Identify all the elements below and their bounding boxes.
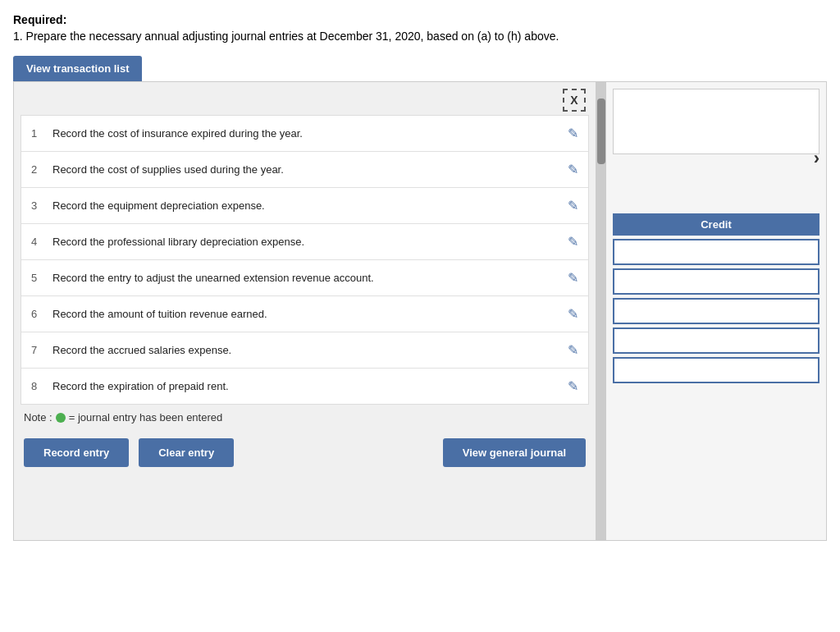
credit-input-3[interactable] bbox=[613, 298, 819, 324]
item-text: Record the professional library deprecia… bbox=[46, 236, 568, 248]
transaction-item: 1 Record the cost of insurance expired d… bbox=[21, 116, 588, 152]
item-text: Record the cost of supplies used during … bbox=[46, 163, 568, 176]
scrollbar[interactable] bbox=[596, 82, 606, 540]
item-number: 6 bbox=[31, 308, 46, 320]
main-panel: X 1 Record the cost of insurance expired… bbox=[13, 81, 827, 541]
transaction-item: 2 Record the cost of supplies used durin… bbox=[21, 152, 588, 188]
edit-icon[interactable]: ✎ bbox=[568, 378, 578, 394]
scrollbar-thumb[interactable] bbox=[597, 98, 605, 164]
credit-header: Credit bbox=[613, 213, 819, 236]
nav-arrow-icon[interactable]: › bbox=[814, 148, 819, 169]
description: 1. Prepare the necessary annual adjustin… bbox=[13, 30, 827, 43]
journal-area: Credit bbox=[613, 213, 819, 387]
item-text: Record the equipment depreciation expens… bbox=[46, 199, 568, 212]
view-transaction-button[interactable]: View transaction list bbox=[13, 56, 142, 81]
item-text: Record the amount of tuition revenue ear… bbox=[46, 308, 568, 320]
item-text: Record the cost of insurance expired dur… bbox=[46, 127, 568, 140]
credit-input-4[interactable] bbox=[613, 327, 819, 354]
item-number: 4 bbox=[31, 236, 46, 248]
green-dot-icon bbox=[56, 413, 66, 423]
item-text: Record the expiration of prepaid rent. bbox=[46, 380, 568, 392]
note-text: = journal entry has been entered bbox=[69, 411, 223, 424]
item-number: 7 bbox=[31, 344, 46, 356]
item-text: Record the entry to adjust the unearned … bbox=[46, 272, 568, 284]
edit-icon[interactable]: ✎ bbox=[568, 162, 578, 177]
item-text: Record the accrued salaries expense. bbox=[46, 344, 568, 356]
transaction-item: 3 Record the equipment depreciation expe… bbox=[21, 188, 588, 224]
note-row: Note : = journal entry has been entered bbox=[14, 405, 596, 430]
close-button[interactable]: X bbox=[563, 89, 586, 112]
edit-icon[interactable]: ✎ bbox=[568, 126, 578, 141]
transaction-item: 4 Record the professional library deprec… bbox=[21, 224, 588, 260]
description-input-box[interactable] bbox=[613, 89, 819, 154]
right-panel: › Credit bbox=[606, 82, 826, 540]
clear-entry-button[interactable]: Clear entry bbox=[139, 438, 234, 467]
transaction-item: 7 Record the accrued salaries expense. ✎ bbox=[21, 332, 588, 369]
item-number: 1 bbox=[31, 127, 46, 140]
transaction-item: 6 Record the amount of tuition revenue e… bbox=[21, 296, 588, 332]
edit-icon[interactable]: ✎ bbox=[568, 306, 578, 322]
item-number: 3 bbox=[31, 199, 46, 212]
edit-icon[interactable]: ✎ bbox=[568, 234, 578, 250]
credit-input-5[interactable] bbox=[613, 357, 819, 383]
item-number: 8 bbox=[31, 380, 46, 392]
note-prefix: Note : bbox=[24, 411, 52, 424]
credit-input-2[interactable] bbox=[613, 268, 819, 295]
view-general-journal-button[interactable]: View general journal bbox=[443, 438, 586, 467]
bottom-buttons: Record entry Clear entry View general jo… bbox=[14, 430, 596, 475]
transaction-item: 5 Record the entry to adjust the unearne… bbox=[21, 260, 588, 296]
item-number: 5 bbox=[31, 272, 46, 284]
item-number: 2 bbox=[31, 163, 46, 176]
credit-input-1[interactable] bbox=[613, 239, 819, 265]
transaction-list: 1 Record the cost of insurance expired d… bbox=[21, 115, 589, 405]
record-entry-button[interactable]: Record entry bbox=[24, 438, 129, 467]
required-label: Required: bbox=[13, 13, 827, 26]
transaction-item: 8 Record the expiration of prepaid rent.… bbox=[21, 369, 588, 404]
edit-icon[interactable]: ✎ bbox=[568, 198, 578, 213]
transaction-list-panel: X 1 Record the cost of insurance expired… bbox=[14, 82, 596, 540]
edit-icon[interactable]: ✎ bbox=[568, 270, 578, 286]
edit-icon[interactable]: ✎ bbox=[568, 342, 578, 358]
